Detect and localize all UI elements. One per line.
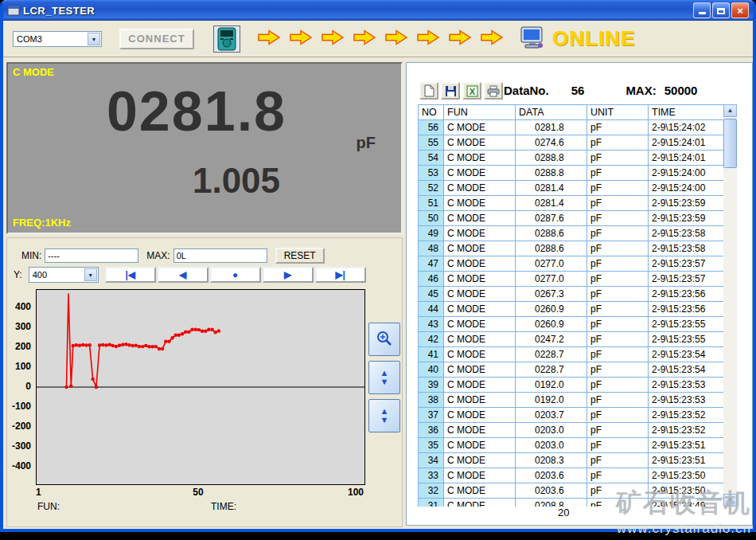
table-cell: pF — [587, 453, 649, 468]
table-row[interactable]: 51C MODE0281.4pF2-9\15:23:59 — [419, 196, 724, 211]
export-excel-button[interactable]: X — [462, 82, 481, 100]
table-cell: 2-9\15:24:01 — [649, 135, 724, 151]
table-row[interactable]: 34C MODE0208.3pF2-9\15:23:51 — [419, 453, 724, 468]
table-cell: 48 — [419, 241, 444, 256]
table-cell: 55 — [419, 135, 444, 151]
table-cell: 0288.8 — [516, 166, 587, 181]
data-no-value: 56 — [571, 84, 585, 97]
table-row[interactable]: 56C MODE0281.8pF2-9\15:24:02 — [419, 120, 724, 135]
table-row[interactable]: 35C MODE0203.0pF2-9\15:23:51 — [419, 438, 724, 453]
table-scrollbar[interactable]: ▲ ▼ — [723, 104, 737, 507]
nav-buttons: |◀◀●▶▶| — [103, 267, 366, 283]
table-row[interactable]: 53C MODE0288.8pF2-9\15:24:00 — [419, 166, 724, 181]
table-row[interactable]: 45C MODE0267.3pF2-9\15:23:56 — [419, 287, 724, 302]
table-cell: pF — [587, 287, 649, 302]
table-cell: C MODE — [444, 226, 516, 241]
y-compress-button[interactable]: ▲ ▼ — [368, 399, 400, 432]
table-row[interactable]: 49C MODE0288.6pF2-9\15:23:58 — [419, 226, 724, 241]
table-row[interactable]: 33C MODE0203.6pF2-9\15:23:50 — [419, 468, 724, 483]
table-row[interactable]: 44C MODE0260.9pF2-9\15:23:56 — [419, 302, 724, 317]
maximize-button[interactable] — [712, 2, 730, 18]
table-row[interactable]: 32C MODE0203.6pF2-9\15:23:50 — [419, 483, 724, 499]
scrollbar-thumb[interactable] — [723, 119, 737, 168]
table-cell: 0192.0 — [516, 378, 587, 393]
table-cell: C MODE — [444, 256, 516, 272]
scroll-up-button[interactable]: ▲ — [723, 104, 737, 117]
table-row[interactable]: 54C MODE0288.8pF2-9\15:24:01 — [419, 151, 724, 166]
table-cell: 2-9\15:24:00 — [649, 166, 724, 181]
chevron-down-icon[interactable]: ▼ — [84, 268, 97, 281]
new-file-button[interactable] — [419, 82, 438, 100]
x-tick-label: 1 — [36, 487, 41, 498]
print-button[interactable] — [484, 82, 503, 100]
table-cell: C MODE — [444, 196, 516, 211]
chevron-down-icon[interactable]: ▼ — [88, 33, 100, 45]
table-cell: 45 — [419, 287, 444, 302]
connect-button[interactable]: CONNECT — [119, 29, 194, 49]
table-cell: pF — [587, 120, 649, 135]
titlebar[interactable]: LCR_TESTER × — [3, 0, 753, 21]
y-expand-button[interactable]: ▲ ▼ — [368, 361, 400, 394]
table-row[interactable]: 55C MODE0274.6pF2-9\15:24:01 — [419, 135, 724, 151]
flow-arrow-icon — [258, 29, 280, 49]
table-cell: 39 — [419, 378, 444, 393]
y-tick-label: 300 — [7, 321, 31, 332]
reset-button[interactable]: RESET — [275, 248, 325, 264]
scroll-down-button[interactable]: ▼ — [723, 494, 737, 507]
minimize-button[interactable] — [693, 2, 711, 18]
table-cell: pF — [587, 241, 649, 256]
table-cell: pF — [587, 302, 649, 317]
com-port-select[interactable]: COM3 ▼ — [13, 31, 102, 47]
column-header: DATA — [516, 105, 587, 120]
table-row[interactable]: 46C MODE0277.0pF2-9\15:23:57 — [419, 272, 724, 287]
table-row[interactable]: 52C MODE0281.4pF2-9\15:24:00 — [419, 181, 724, 196]
max-input[interactable] — [173, 248, 267, 263]
save-button[interactable] — [441, 82, 460, 100]
table-row[interactable]: 47C MODE0277.0pF2-9\15:23:57 — [419, 256, 724, 272]
table-cell: 2-9\15:23:49 — [649, 499, 724, 507]
print-icon — [487, 85, 500, 97]
table-cell: 2-9\15:23:55 — [649, 332, 724, 347]
table-cell: pF — [587, 226, 649, 241]
max-count-label: MAX: — [625, 84, 656, 97]
close-button[interactable]: × — [731, 2, 749, 18]
window-controls: × — [693, 2, 749, 18]
nav-first-button[interactable]: |◀ — [105, 267, 156, 283]
column-header: UNIT — [587, 105, 649, 120]
table-cell: 2-9\15:23:59 — [649, 211, 724, 226]
table-cell: 37 — [419, 408, 444, 423]
table-row[interactable]: 38C MODE0192.0pF2-9\15:23:53 — [419, 393, 724, 408]
min-input[interactable] — [45, 248, 138, 263]
table-row[interactable]: 40C MODE0228.7pF2-9\15:23:54 — [419, 362, 724, 378]
table-row[interactable]: 37C MODE0203.7pF2-9\15:23:52 — [419, 408, 724, 423]
new-file-icon — [423, 84, 435, 97]
table-cell: pF — [587, 151, 649, 166]
table-row[interactable]: 50C MODE0287.6pF2-9\15:23:59 — [419, 211, 724, 226]
nav-next-button[interactable]: ▶ — [263, 267, 314, 283]
table-row[interactable]: 42C MODE0247.2pF2-9\15:23:55 — [419, 332, 724, 347]
nav-current-button[interactable]: ● — [210, 267, 261, 283]
table-cell: pF — [587, 423, 649, 438]
table-row[interactable]: 48C MODE0288.6pF2-9\15:23:58 — [419, 241, 724, 256]
y-scale-select[interactable]: 400 ▼ — [29, 267, 99, 283]
meter-icon — [213, 25, 240, 53]
table-row[interactable]: 36C MODE0203.0pF2-9\15:23:52 — [419, 423, 724, 438]
table-cell: 0203.6 — [516, 468, 587, 483]
table-cell: 0203.7 — [516, 408, 587, 423]
table-row[interactable]: 43C MODE0260.9pF2-9\15:23:55 — [419, 317, 724, 332]
table-cell: 0203.0 — [516, 423, 587, 438]
flow-arrow-icon — [385, 29, 407, 49]
table-cell: pF — [587, 196, 649, 211]
table-row[interactable]: 39C MODE0192.0pF2-9\15:23:53 — [419, 378, 724, 393]
nav-last-button[interactable]: ▶| — [315, 267, 366, 283]
table-cell: 42 — [419, 332, 444, 347]
minmax-row: MIN: MAX: RESET — [21, 248, 325, 264]
y-scale-value: 400 — [33, 270, 47, 280]
table-row[interactable]: 31C MODE0208.8pF2-9\15:23:49 — [419, 499, 724, 507]
nav-prev-button[interactable]: ◀ — [158, 267, 208, 283]
table-cell: 0281.4 — [516, 196, 587, 211]
flow-arrow-icon — [481, 29, 503, 49]
table-cell: C MODE — [444, 332, 516, 347]
zoom-button[interactable] — [368, 323, 400, 356]
table-row[interactable]: 41C MODE0228.7pF2-9\15:23:54 — [419, 347, 724, 362]
